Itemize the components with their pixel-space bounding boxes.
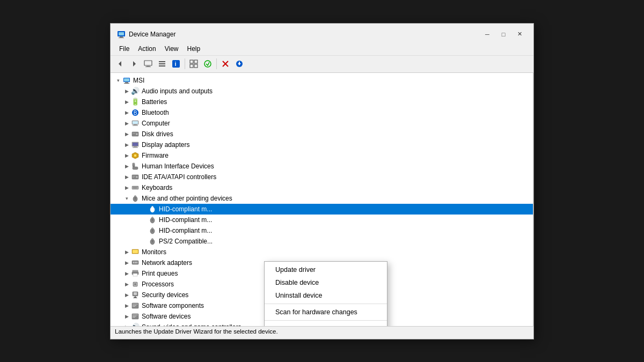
- svg-rect-9: [159, 61, 165, 62]
- hc2-icon: [148, 216, 157, 224]
- hc3-label: HID-compliant m...: [159, 227, 212, 234]
- network-expand[interactable]: ▶: [122, 258, 131, 267]
- svg-rect-25: [124, 78, 129, 82]
- svg-text:B: B: [134, 110, 137, 116]
- hid-expand[interactable]: ▶: [122, 162, 131, 171]
- svg-rect-2: [120, 36, 123, 38]
- list-view-button[interactable]: [156, 57, 169, 70]
- computer-view-button[interactable]: [142, 57, 155, 70]
- menu-bar: File Action View Help: [111, 43, 533, 56]
- hc3-expand: [140, 226, 148, 235]
- msi-icon: [122, 76, 131, 85]
- tree-item-hid-compliant-1[interactable]: HID-compliant m...: [111, 204, 533, 215]
- svg-rect-77: [135, 262, 136, 263]
- svg-rect-10: [159, 63, 165, 64]
- bluetooth-expand[interactable]: ▶: [122, 108, 131, 117]
- hc2-expand: [140, 216, 148, 224]
- bluetooth-label: Bluetooth: [142, 109, 169, 116]
- softwarecomp-label: Software components: [142, 302, 204, 309]
- computer-expand[interactable]: ▶: [122, 119, 131, 128]
- window-title: Device Manager: [129, 31, 480, 38]
- tree-item-monitors[interactable]: ▶ Monitors: [111, 247, 533, 257]
- firmware-label: Firmware: [142, 152, 169, 159]
- msi-expand-arrow[interactable]: ▾: [114, 76, 122, 85]
- mice-expand[interactable]: ▾: [122, 194, 131, 203]
- ctx-scan-hardware[interactable]: Scan for hardware changes: [265, 306, 387, 319]
- svg-rect-39: [134, 146, 137, 147]
- tree-item-ide[interactable]: ▶ IDE ATA/ATAPI controllers: [111, 172, 533, 182]
- ctx-properties[interactable]: Properties: [265, 322, 387, 326]
- tree-item-ps2[interactable]: PS/2 Compatible...: [111, 236, 533, 247]
- security-icon: [131, 291, 140, 299]
- tree-root-msi[interactable]: ▾ MSI: [111, 75, 533, 86]
- firmware-expand[interactable]: ▶: [122, 151, 131, 160]
- menu-help[interactable]: Help: [183, 44, 205, 54]
- minimize-button[interactable]: ─: [480, 28, 495, 40]
- softwaredev-expand[interactable]: ▶: [122, 312, 131, 321]
- batteries-expand[interactable]: ▶: [122, 98, 131, 106]
- bluetooth-icon: B: [131, 108, 140, 117]
- diskdrives-label: Disk drives: [142, 130, 173, 138]
- svg-rect-6: [144, 61, 152, 65]
- display-expand[interactable]: ▶: [122, 141, 131, 149]
- monitors-icon: [131, 248, 140, 256]
- tree-item-hid-compliant-2[interactable]: HID-compliant m...: [111, 215, 533, 225]
- svg-rect-57: [133, 188, 137, 188]
- hid-icon: [131, 162, 140, 171]
- tree-item-hid-compliant-3[interactable]: HID-compliant m...: [111, 225, 533, 236]
- tree-item-diskdrives[interactable]: ▶ Disk drives: [111, 129, 533, 139]
- firmware-icon: [131, 151, 140, 160]
- svg-point-60: [135, 195, 136, 197]
- ps2-label: PS/2 Compatible...: [159, 238, 213, 245]
- security-expand[interactable]: ▶: [122, 291, 131, 299]
- app-icon: [117, 30, 126, 39]
- svg-rect-8: [145, 67, 151, 67]
- scan-button[interactable]: [201, 57, 214, 70]
- svg-rect-44: [133, 164, 134, 164]
- monitors-expand[interactable]: ▶: [122, 248, 131, 256]
- svg-rect-33: [133, 125, 138, 125]
- maximize-button[interactable]: □: [496, 28, 511, 40]
- sound-expand[interactable]: ▶: [122, 323, 131, 326]
- toolbar-separator-2: [216, 58, 217, 69]
- ctx-separator-1: [265, 304, 387, 304]
- tree-item-audio[interactable]: ▶ 🔊 Audio inputs and outputs: [111, 86, 533, 97]
- diskdrives-expand[interactable]: ▶: [122, 130, 131, 138]
- back-button[interactable]: [114, 57, 127, 70]
- device-tree[interactable]: ▾ MSI ▶ 🔊 Audio inputs and outputs: [111, 73, 533, 326]
- hid-label: Human Interface Devices: [142, 162, 214, 170]
- softwarecomp-expand[interactable]: ▶: [122, 301, 131, 310]
- ctx-uninstall-device[interactable]: Uninstall device: [265, 289, 387, 302]
- properties-button[interactable]: i: [170, 57, 182, 70]
- menu-action[interactable]: Action: [134, 44, 160, 54]
- audio-icon: 🔊: [131, 87, 140, 95]
- forward-button[interactable]: [128, 57, 141, 70]
- keyboards-expand[interactable]: ▶: [122, 183, 131, 192]
- grid-view-button[interactable]: [187, 57, 200, 70]
- tree-item-hid[interactable]: ▶ Human Interface Devices: [111, 161, 533, 172]
- ide-expand[interactable]: ▶: [122, 173, 131, 181]
- processors-expand[interactable]: ▶: [122, 280, 131, 289]
- menu-view[interactable]: View: [160, 44, 183, 54]
- tree-item-mice[interactable]: ▾ Mice and other pointing devices: [111, 193, 533, 204]
- tree-item-bluetooth[interactable]: ▶ B Bluetooth: [111, 107, 533, 118]
- ctx-disable-device[interactable]: Disable device: [265, 276, 387, 289]
- ctx-update-driver[interactable]: Update driver: [265, 263, 387, 276]
- audio-expand[interactable]: ▶: [122, 87, 131, 95]
- svg-point-18: [204, 61, 211, 67]
- tree-item-batteries[interactable]: ▶ 🔋 Batteries: [111, 97, 533, 107]
- menu-file[interactable]: File: [115, 44, 134, 54]
- tree-item-firmware[interactable]: ▶ Firmware: [111, 150, 533, 161]
- close-button[interactable]: ✕: [512, 28, 527, 40]
- tree-item-display[interactable]: ▶ Display adapters: [111, 139, 533, 150]
- tree-item-keyboards[interactable]: ▶ Keyboards: [111, 182, 533, 193]
- monitors-label: Monitors: [142, 248, 166, 256]
- msi-label: MSI: [133, 77, 144, 84]
- download-button[interactable]: [233, 57, 246, 70]
- print-expand[interactable]: ▶: [122, 269, 131, 278]
- svg-rect-52: [133, 187, 134, 187]
- svg-rect-95: [133, 317, 135, 317]
- tree-item-computer[interactable]: ▶ Computer: [111, 118, 533, 129]
- display-label: Display adapters: [142, 141, 189, 149]
- remove-button[interactable]: [219, 57, 232, 70]
